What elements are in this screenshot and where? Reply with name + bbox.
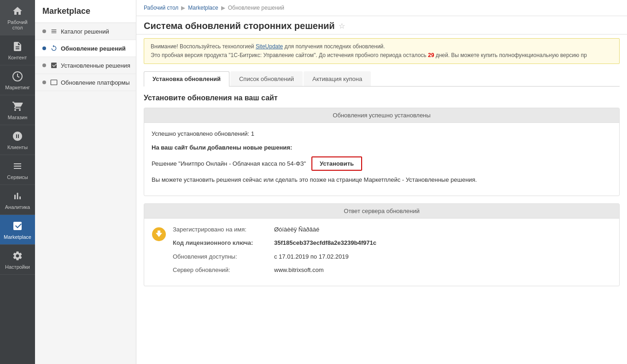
home-icon (11, 5, 24, 17)
submenu-bullet-catalog (42, 29, 46, 33)
updates-count: Успешно установлено обновлений: 1 (152, 129, 612, 139)
alert-text-4: дней. Вы можете купить полнофункциональн… (434, 52, 587, 58)
tab-list[interactable]: Список обновлений (230, 71, 303, 86)
server-response-header: Ответ сервера обновлений (144, 204, 619, 219)
submenu-item-updates[interactable]: Обновление решений (35, 40, 136, 57)
registered-value: Øóíàèëÿ Ñàðâàé (274, 225, 319, 234)
sidebar-item-settings[interactable]: Настройки (0, 245, 35, 275)
submenu-bullet-updates (42, 46, 46, 50)
breadcrumb: Рабочий стол ▶ Marketplace ▶ Обновление … (136, 0, 627, 16)
sidebar: Рабочий стол Контент Маркетинг Магазин К… (0, 0, 35, 364)
server-url-value: www.bitrixsoft.com (274, 266, 324, 275)
sidebar-item-services-label: Сервисы (7, 174, 28, 180)
breadcrumb-marketplace[interactable]: Marketplace (188, 5, 218, 11)
site-update-link[interactable]: SiteUpdate (256, 43, 283, 50)
submenu-updates-label: Обновление решений (61, 45, 126, 52)
alert-text-3: Это пробная версия продукта "1С-Битрикс:… (151, 52, 428, 58)
submenu-panel: Marketplace Каталог решений Обновление р… (35, 0, 136, 364)
sidebar-item-content-label: Контент (8, 55, 27, 60)
sidebar-item-content[interactable]: Контент (0, 35, 35, 65)
license-value: 35f185ceb373ecfdf8a2e3239b4f971c (274, 238, 376, 248)
breadcrumb-sep-2: ▶ (221, 5, 225, 11)
marketing-icon (11, 70, 24, 83)
shop-icon (11, 100, 24, 113)
alert-days: 29 (428, 52, 434, 58)
submenu-item-catalog[interactable]: Каталог решений (35, 23, 136, 40)
server-fields: Зарегистрировано на имя: Øóíàèëÿ Ñàðâàé … (173, 225, 612, 279)
sidebar-item-marketing-label: Маркетинг (5, 85, 29, 90)
submenu-title: Marketplace (35, 0, 136, 23)
content-area: Установите обновления на ваш сайт Обновл… (136, 87, 627, 364)
license-row: Код лицензионного ключа: 35f185ceb373ecf… (173, 238, 612, 248)
sidebar-item-desktop[interactable]: Рабочий стол (0, 0, 35, 35)
updates-note: Вы можете установить решения сейчас или … (152, 175, 612, 185)
server-response-body: Зарегистрировано на имя: Øóíàèëÿ Ñàðâàé … (144, 219, 619, 286)
section-title: Установите обновления на ваш сайт (144, 94, 620, 102)
alert-text-2: для получения последних обновлений. (283, 43, 385, 50)
alert-banner: Внимание! Воспользуйтесь технологией Sit… (144, 38, 620, 64)
installed-icon (50, 61, 58, 69)
sidebar-item-clients[interactable]: Клиенты (0, 125, 35, 155)
registered-label: Зарегистрировано на имя: (173, 225, 274, 234)
sidebar-item-shop[interactable]: Магазин (0, 95, 35, 125)
favorite-star-icon[interactable]: ☆ (339, 22, 345, 30)
alert-text-1: Внимание! Воспользуйтесь технологией (151, 43, 256, 50)
sidebar-item-analytics-label: Аналитика (5, 204, 30, 210)
sidebar-item-marketplace[interactable]: Marketplace (0, 215, 35, 245)
updates-success-body: Успешно установлено обновлений: 1 На ваш… (144, 123, 619, 196)
solution-install-row: Решение "Инитпро Онлайн - Облачная касса… (152, 156, 612, 171)
install-solution-button[interactable]: Установить (311, 156, 362, 171)
submenu-catalog-label: Каталог решений (61, 28, 109, 35)
page-header: Система обновлений сторонних решений ☆ (136, 16, 627, 35)
submenu-platform-label: Обновление платформы (61, 79, 130, 86)
main-content: Рабочий стол ▶ Marketplace ▶ Обновление … (136, 0, 627, 364)
settings-icon (11, 249, 24, 262)
server-response-box: Ответ сервера обновлений Зарегистрирован… (144, 203, 620, 286)
breadcrumb-current: Обновление решений (228, 5, 284, 11)
sidebar-item-marketing[interactable]: Маркетинг (0, 65, 35, 95)
sidebar-item-marketplace-label: Marketplace (4, 234, 31, 240)
breadcrumb-desktop[interactable]: Рабочий стол (144, 5, 178, 11)
submenu-bullet-platform (42, 81, 46, 84)
catalog-icon (50, 27, 58, 35)
submenu-bullet-installed (42, 64, 46, 67)
sidebar-item-settings-label: Настройки (5, 264, 30, 270)
analytics-icon (11, 190, 24, 202)
submenu-item-installed[interactable]: Установленные решения (35, 57, 136, 74)
sidebar-item-analytics[interactable]: Аналитика (0, 185, 35, 215)
platform-icon (50, 78, 58, 87)
services-icon (11, 160, 24, 173)
updates-new-solutions: На ваш сайт были добавлены новые решения… (152, 143, 612, 152)
sidebar-item-desktop-label: Рабочий стол (2, 19, 33, 30)
content-icon (11, 40, 24, 53)
solution-text: Решение "Инитпро Онлайн - Облачная касса… (152, 160, 306, 167)
submenu-installed-label: Установленные решения (61, 62, 130, 69)
sidebar-item-shop-label: Магазин (8, 115, 27, 120)
clients-icon (11, 130, 24, 143)
marketplace-icon (11, 220, 24, 232)
updates-icon (50, 44, 58, 52)
sidebar-item-services[interactable]: Сервисы (0, 155, 35, 185)
updates-available-label: Обновления доступны: (173, 252, 274, 261)
updates-available-value: с 17.01.2019 по 17.02.2019 (274, 252, 349, 261)
updates-success-box: Обновления успешно установлены Успешно у… (144, 108, 620, 196)
tabs-bar: Установка обновлений Список обновлений А… (144, 71, 620, 87)
submenu-item-platform[interactable]: Обновление платформы (35, 74, 136, 91)
license-label: Код лицензионного ключа: (173, 238, 274, 248)
tab-coupon[interactable]: Активация купона (304, 71, 371, 86)
server-url-label: Сервер обновлений: (173, 266, 274, 275)
page-title: Система обновлений сторонних решений (144, 21, 335, 31)
updates-available-row: Обновления доступны: с 17.01.2019 по 17.… (173, 252, 612, 261)
registered-row: Зарегистрировано на имя: Øóíàèëÿ Ñàðâàé (173, 225, 612, 234)
breadcrumb-sep-1: ▶ (181, 5, 185, 11)
sidebar-item-clients-label: Клиенты (7, 144, 28, 150)
tab-install[interactable]: Установка обновлений (144, 71, 229, 87)
server-url-row: Сервер обновлений: www.bitrixsoft.com (173, 266, 612, 275)
updates-success-header: Обновления успешно установлены (144, 108, 619, 123)
download-icon (152, 227, 166, 242)
